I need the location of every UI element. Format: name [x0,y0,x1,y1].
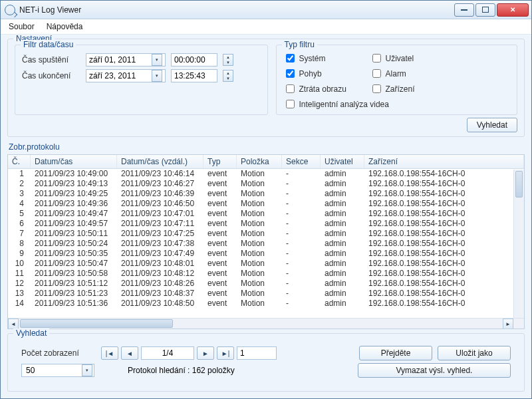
table-row[interactable]: 52011/09/23 10:49:472011/09/23 10:47:01e… [8,209,524,219]
table-row[interactable]: 62011/09/23 10:49:572011/09/23 10:47:11e… [8,219,524,229]
log-legend: Zobr.protokolu [9,142,525,152]
start-time-spinner[interactable]: ▲▼ [223,54,233,66]
search-button[interactable]: Vyhledat [467,118,517,132]
maximize-button[interactable] [475,3,495,17]
table-row[interactable]: 132011/09/23 10:51:232011/09/23 10:48:37… [8,289,524,299]
ck-motion[interactable]: Pohyb [283,67,363,80]
log-header-row[interactable]: Č. Datum/čas Datum/čas (vzdál.) Typ Polo… [8,155,524,169]
log-body[interactable]: 12011/09/23 10:49:002011/09/23 10:46:14e… [8,169,524,318]
close-button[interactable] [497,3,529,17]
save-as-button[interactable]: Uložit jako [438,346,511,360]
footer-group: Vyhledat Počet zobrazení |◄ ◄ 1/4 ► ►| 1… [7,333,525,392]
type-filter-group: Typ filtru Systém Uživatel Pohyb Alarm Z… [276,45,517,115]
clear-results-button[interactable]: Vymazat výsl. vyhled. [358,363,511,378]
end-label: Čas ukončení [22,71,80,80]
col-datetime-remote[interactable]: Datum/čas (vzdál.) [117,155,203,168]
table-row[interactable]: 12011/09/23 10:49:002011/09/23 10:46:14e… [8,169,524,179]
magnifier-icon [5,5,15,15]
table-row[interactable]: 92011/09/23 10:50:352011/09/23 10:47:49e… [8,249,524,259]
start-date-picker[interactable]: září 01, 2011 ▾ [86,53,166,66]
col-user[interactable]: Uživatel [321,155,364,168]
col-device[interactable]: Zařízení [364,155,524,168]
type-filter-legend: Typ filtru [282,40,317,49]
table-row[interactable]: 142011/09/23 10:51:362011/09/23 10:48:50… [8,299,524,309]
calendar-drop-icon[interactable]: ▾ [152,70,162,82]
goto-input[interactable]: 1 [237,346,277,360]
chevron-down-icon[interactable]: ▾ [82,364,92,376]
client-area: Nastavení Filtr data/času Čas spuštění z… [1,35,531,398]
table-row[interactable]: 82011/09/23 10:50:242011/09/23 10:47:38e… [8,239,524,249]
table-row[interactable]: 112011/09/23 10:50:582011/09/23 10:48:12… [8,269,524,279]
menu-file[interactable]: Soubor [9,22,35,31]
date-filter-legend: Filtr data/času [21,40,76,49]
titlebar[interactable]: NET-i Log Viewer [1,1,531,19]
goto-button[interactable]: Přejděte [359,346,432,360]
table-row[interactable]: 102011/09/23 10:50:472011/09/23 10:48:01… [8,259,524,269]
viewcount-select[interactable]: 50 ▾ [21,364,94,377]
end-date-picker[interactable]: září 23, 2011 ▾ [86,69,166,82]
col-num[interactable]: Č. [8,155,31,168]
scroll-thumb[interactable] [20,319,173,328]
horizontal-scrollbar[interactable]: ◄ ► [8,318,524,329]
ck-user[interactable]: Uživatel [370,52,450,65]
end-time-field[interactable]: 13:25:43 [171,69,217,82]
table-row[interactable]: 22011/09/23 10:49:132011/09/23 10:46:27e… [8,179,524,189]
log-area: Zobr.protokolu Č. Datum/čas Datum/čas (v… [7,141,525,329]
app-window: NET-i Log Viewer Soubor Nápověda Nastave… [0,0,532,399]
pager: |◄ ◄ 1/4 ► ►| 1 [101,346,277,360]
page-display: 1/4 [141,346,194,360]
table-row[interactable]: 32011/09/23 10:49:252011/09/23 10:46:39e… [8,189,524,199]
scroll-left-icon[interactable]: ◄ [8,319,19,329]
next-page-button[interactable]: ► [197,346,214,360]
settings-group: Nastavení Filtr data/času Čas spuštění z… [7,39,525,137]
ck-alarm[interactable]: Alarm [370,67,450,80]
date-filter-group: Filtr data/času Čas spuštění září 01, 20… [15,45,268,115]
col-type[interactable]: Typ [203,155,237,168]
calendar-drop-icon[interactable]: ▾ [152,54,162,66]
table-row[interactable]: 42011/09/23 10:49:362011/09/23 10:46:50e… [8,199,524,209]
end-date-value: září 23, 2011 [89,71,136,80]
search-status-text: Protokol hledání : 162 položky [128,366,235,375]
footer-legend: Vyhledat [13,329,49,338]
menubar: Soubor Nápověda [1,19,531,35]
table-row[interactable]: 122011/09/23 10:51:122011/09/23 10:48:26… [8,279,524,289]
menu-help[interactable]: Nápověda [47,22,83,31]
minimize-button[interactable] [454,3,474,17]
ck-vloss[interactable]: Ztráta obrazu [283,82,363,95]
ck-device[interactable]: Zařízení [370,82,450,95]
ck-iva[interactable]: Inteligentní analýza videa [283,98,450,110]
table-row[interactable]: 72011/09/23 10:50:112011/09/23 10:47:25e… [8,229,524,239]
start-label: Čas spuštění [22,55,80,65]
window-title: NET-i Log Viewer [19,5,454,15]
start-date-value: září 01, 2011 [89,55,136,65]
end-time-spinner[interactable]: ▲▼ [223,70,233,82]
first-page-button[interactable]: |◄ [101,346,118,360]
vertical-scrollbar[interactable] [513,170,524,318]
last-page-button[interactable]: ►| [217,346,234,360]
viewcount-label: Počet zobrazení [21,348,94,358]
ck-system[interactable]: Systém [283,52,363,65]
start-time-field[interactable]: 00:00:00 [171,53,217,66]
scroll-right-icon[interactable]: ► [503,319,513,329]
prev-page-button[interactable]: ◄ [121,346,138,360]
scroll-thumb[interactable] [515,171,523,198]
col-datetime[interactable]: Datum/čas [31,155,117,168]
log-table: Č. Datum/čas Datum/čas (vzdál.) Typ Polo… [7,154,525,329]
col-item[interactable]: Položka [237,155,282,168]
col-section[interactable]: Sekce [282,155,321,168]
